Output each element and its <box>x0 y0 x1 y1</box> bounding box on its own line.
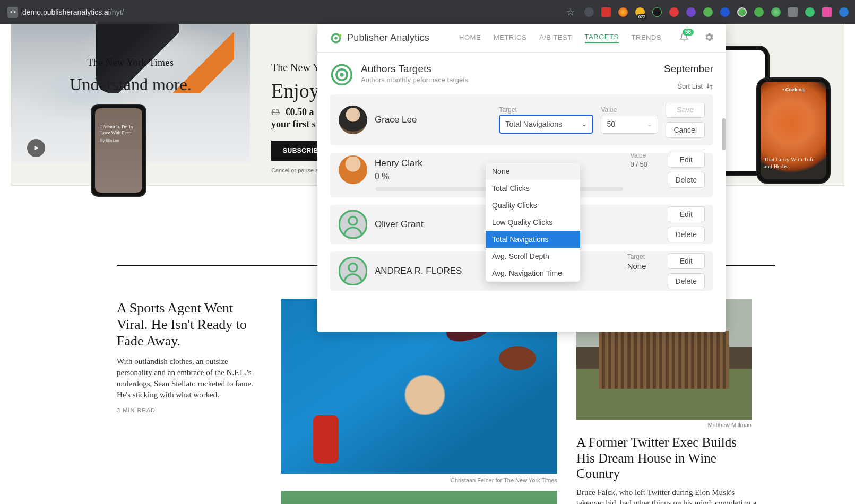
settings-button[interactable] <box>704 32 714 45</box>
hero-phone-mockup: I Admit It. I'm In Love With Fear. By El… <box>91 104 146 197</box>
delete-button[interactable]: Delete <box>668 172 705 188</box>
browser-address-bar: ⊶ demo.publisheranalytics.ai/nyt/ ☆ 622 <box>0 0 855 24</box>
author-name: Oliver Grant <box>375 219 460 230</box>
author-card-grace: Grace Lee Target Total Navigations ⌄ Val… <box>330 94 713 145</box>
value-field-label: Value <box>601 106 658 114</box>
hero-tagline: Understand more. <box>11 75 250 94</box>
extension-icon[interactable] <box>583 6 595 18</box>
masthead-logo: The New York Times <box>11 57 250 68</box>
dropdown-option-avg-scroll-depth[interactable]: Avg. Scroll Depth <box>486 248 580 265</box>
play-icon <box>32 144 40 152</box>
extension-icon[interactable] <box>651 6 663 18</box>
nav-home[interactable]: HOME <box>459 33 481 42</box>
target-dropdown-menu: None Total Clicks Quality Clicks Low Qua… <box>486 163 580 282</box>
nav-targets[interactable]: TARGETS <box>585 33 619 43</box>
extension-icon[interactable] <box>736 6 748 18</box>
extension-icon[interactable] <box>600 6 612 18</box>
chevron-down-icon: ⌄ <box>582 120 587 128</box>
story2-headline[interactable]: A Former Twitter Exec Builds His Dream H… <box>576 435 757 482</box>
dropdown-option-total-navigations[interactable]: Total Navigations <box>486 231 580 248</box>
target-field-label: Target <box>627 253 646 260</box>
story1-dek: With outlandish clothes, an outsize pers… <box>117 356 265 401</box>
extension-badge: 622 <box>637 14 647 19</box>
url-host: demo.publisheranalytics.ai <box>22 8 110 16</box>
delete-button[interactable]: Delete <box>668 273 705 289</box>
target-icon <box>330 63 353 86</box>
panel-nav: HOME METRICS A/B TEST TARGETS TRENDS 56 <box>459 32 714 45</box>
bookmark-star-icon[interactable]: ☆ <box>566 6 575 18</box>
price-main: €0.50 a <box>286 107 314 117</box>
author-name: Henry Clark <box>375 158 460 169</box>
url-display[interactable]: demo.publisheranalytics.ai/nyt/ <box>22 8 124 16</box>
extension-icon[interactable] <box>617 6 629 18</box>
analytics-panel: Publisher Analytics HOME METRICS A/B TES… <box>317 24 726 332</box>
extension-icon[interactable] <box>685 6 697 18</box>
cooking-badge: ⸰ Cooking <box>757 87 830 93</box>
delete-button[interactable]: Delete <box>668 227 705 242</box>
extension-icon[interactable] <box>719 6 731 18</box>
extensions-tray: 622 <box>583 6 850 18</box>
price-strike: €3 <box>271 108 280 117</box>
panel-title: Authors Targets <box>361 63 468 75</box>
sort-list-button[interactable]: Sort List <box>664 82 713 90</box>
nav-metrics[interactable]: METRICS <box>494 33 526 42</box>
play-button[interactable] <box>27 139 45 157</box>
extension-icon[interactable] <box>770 6 782 18</box>
panel-scrollbar-thumb[interactable] <box>722 118 726 150</box>
cancel-button[interactable]: Cancel <box>666 122 705 138</box>
notifications-button[interactable]: 56 <box>679 32 689 44</box>
price-sub: your first s <box>271 119 316 129</box>
save-button[interactable]: Save <box>666 102 705 118</box>
month-label: September <box>664 63 713 75</box>
avatar <box>339 257 367 285</box>
svg-point-5 <box>340 73 343 76</box>
site-identity-icon[interactable]: ⊶ <box>7 7 18 18</box>
dropdown-option-quality-clicks[interactable]: Quality Clicks <box>486 197 580 214</box>
author-name: Grace Lee <box>375 115 460 125</box>
hero-image-left: The New York Times Understand more. I Ad… <box>11 24 250 162</box>
avatar-placeholder-icon <box>339 257 367 285</box>
extension-icon[interactable] <box>804 6 816 18</box>
value-label: Value <box>631 152 662 159</box>
dropdown-option-low-quality-clicks[interactable]: Low Quality Clicks <box>486 214 580 231</box>
svg-point-9 <box>349 263 357 272</box>
notification-count-badge: 56 <box>683 29 694 36</box>
nav-abtest[interactable]: A/B TEST <box>539 33 572 42</box>
author-target-value: None <box>627 262 646 271</box>
value-pair: 0 / 50 <box>631 160 662 168</box>
avatar-placeholder-icon <box>339 210 367 239</box>
target-field-label: Target <box>499 106 593 114</box>
extension-icon[interactable] <box>838 6 850 18</box>
extension-icon[interactable] <box>668 6 680 18</box>
extension-icon[interactable]: 622 <box>634 6 646 18</box>
extension-icon[interactable] <box>753 6 765 18</box>
logo-icon <box>329 31 343 45</box>
extension-icon[interactable] <box>702 6 714 18</box>
extension-icon[interactable] <box>787 6 799 18</box>
story1-credit: Christaan Felber for The New York Times <box>281 477 557 483</box>
sort-list-label: Sort List <box>677 82 703 90</box>
avatar <box>339 155 367 184</box>
author-name: ANDREA R. FLORES <box>375 266 462 276</box>
edit-button[interactable]: Edit <box>668 253 705 269</box>
edit-button[interactable]: Edit <box>668 152 705 168</box>
svg-point-7 <box>349 216 357 225</box>
svg-point-2 <box>339 34 341 37</box>
dropdown-option-total-clicks[interactable]: Total Clicks <box>486 180 580 197</box>
dropdown-option-none[interactable]: None <box>486 163 580 180</box>
panel-subtitle: Authors monthly peformace targets <box>361 76 468 84</box>
author-percent: 0 % <box>375 172 460 181</box>
edit-button[interactable]: Edit <box>668 206 705 222</box>
dish-title: Thai Curry With Tofu and Herbs <box>764 156 823 170</box>
dropdown-option-avg-nav-time[interactable]: Avg. Navigation Time <box>486 265 580 282</box>
story1-headline[interactable]: A Sports Agent Went Viral. He Isn't Read… <box>117 300 265 350</box>
target-select[interactable]: Total Navigations ⌄ <box>499 115 593 134</box>
story1-readtime: 3 MIN READ <box>117 407 265 413</box>
story3-photo[interactable] <box>281 491 557 504</box>
panel-logo[interactable]: Publisher Analytics <box>329 31 429 45</box>
url-path: /nyt/ <box>110 8 124 16</box>
panel-brand-text: Publisher Analytics <box>347 32 429 44</box>
nav-trends[interactable]: TRENDS <box>632 33 661 42</box>
value-input[interactable]: 50 ⌄ <box>601 115 658 134</box>
extension-icon[interactable] <box>821 6 833 18</box>
